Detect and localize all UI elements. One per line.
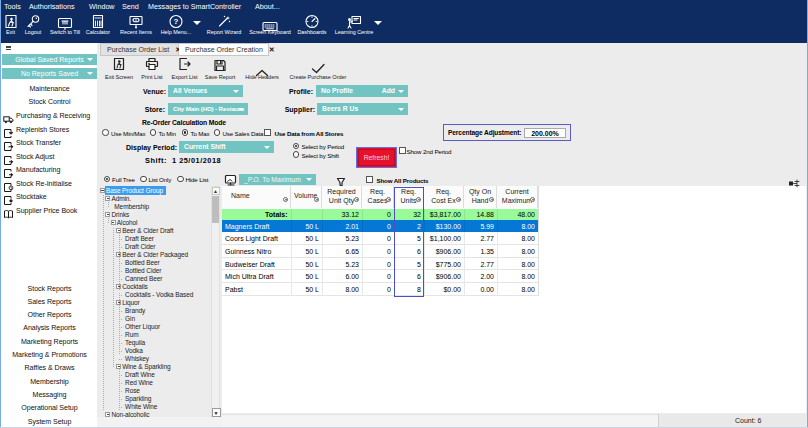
svg-text:?: ?: [174, 17, 179, 26]
